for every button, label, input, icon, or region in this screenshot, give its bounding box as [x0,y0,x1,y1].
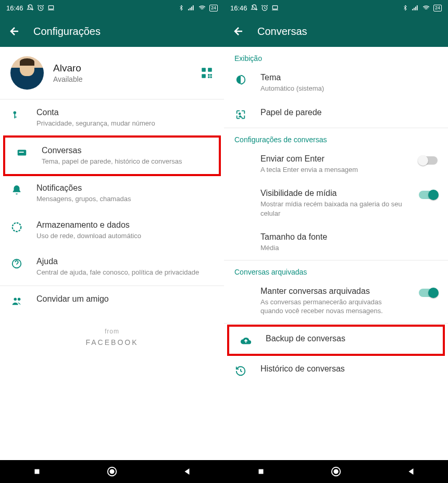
back-icon[interactable] [232,25,245,38]
from-block: from FACEBOOK [0,328,224,346]
toggle-media-visibility[interactable] [419,191,438,199]
header-title: Configurações [33,26,101,38]
svg-rect-18 [35,469,40,474]
settings-item-storage[interactable]: Armazenamento e dados Uso de rede, downl… [0,212,224,249]
nav-bar [0,460,224,483]
item-title: Histórico de conversas [260,364,438,374]
chats-item-font-size[interactable]: Tamanho da fonte Média [224,225,448,260]
nav-back-icon[interactable] [406,467,416,476]
section-header-archived: Conversas arquivadas [224,261,448,279]
theme-icon [235,74,246,85]
chats-item-media-visibility[interactable]: Visibilidade de mídia Mostrar mídia recé… [224,181,448,225]
toggle-enter-send[interactable] [419,156,438,165]
profile-row[interactable]: Alvaro Available [0,47,224,99]
alarm-icon [37,4,44,11]
svg-point-17 [18,298,21,301]
laptop-icon [47,4,55,11]
highlight-box-chats: Conversas Tema, papel de parede, históri… [3,135,221,177]
battery-icon: 24 [209,5,218,11]
settings-item-sub: Central de ajuda, fale conosco, política… [36,268,214,277]
bell-icon [11,184,22,196]
settings-item-sub: Mensagens, grupos, chamadas [36,194,214,204]
nav-home-icon[interactable] [330,466,342,477]
svg-rect-6 [210,74,212,76]
svg-rect-4 [202,74,206,78]
chats-item-enter-send[interactable]: Enviar com Enter A tecla Enter envia a m… [224,147,448,182]
avatar [10,56,44,90]
chats-item-theme[interactable]: Tema Automático (sistema) [224,66,448,101]
wifi-icon [198,4,206,11]
settings-item-sub: Uso de rede, download automático [36,231,214,241]
status-bar: 16:46 24 [224,0,448,16]
settings-item-invite[interactable]: Convidar um amigo [0,286,224,315]
settings-item-title: Conta [36,108,214,117]
item-sub: As conversas permanecerão arquivadas qua… [260,298,405,316]
svg-rect-10 [14,114,15,118]
divider [224,323,448,324]
settings-item-title: Armazenamento e dados [36,220,214,230]
section-header-chat-settings: Configurações de conversas [224,128,448,147]
qr-icon[interactable] [200,66,214,80]
header: Configurações [0,16,224,47]
svg-rect-7 [208,77,209,78]
svg-point-14 [13,222,21,231]
svg-rect-22 [272,6,277,9]
svg-rect-24 [259,469,264,474]
chats-item-history[interactable]: Histórico de conversas [224,357,448,384]
history-icon [235,365,246,377]
signal-icon [188,4,195,11]
key-icon [11,109,22,120]
profile-name: Alvaro [53,63,191,74]
settings-item-title: Ajuda [36,257,214,266]
item-title: Tamanho da fonte [260,232,438,242]
laptop-icon [271,4,279,11]
settings-item-notifications[interactable]: Notificações Mensagens, grupos, chamadas [0,175,224,212]
settings-item-account[interactable]: Conta Privacidade, segurança, mudar núme… [0,100,224,137]
chats-item-backup[interactable]: Backup de conversas [229,327,443,354]
settings-item-title: Conversas [42,146,208,155]
from-brand: FACEBOOK [0,338,224,346]
status-bar: 16:46 24 [0,0,224,16]
people-icon [11,295,22,307]
svg-rect-8 [210,77,212,78]
back-icon[interactable] [8,25,21,38]
item-title: Tema [260,73,438,82]
item-sub: Automático (sistema) [260,84,438,93]
svg-point-26 [334,469,338,473]
svg-point-16 [14,298,17,301]
item-title: Papel de parede [260,108,438,117]
svg-rect-3 [208,68,212,72]
dnd-icon [251,4,258,11]
settings-item-title: Notificações [36,183,214,193]
settings-item-title: Convidar um amigo [36,294,214,304]
status-time: 16:46 [6,4,23,12]
bluetooth-icon [178,4,184,11]
toggle-keep-archived[interactable] [419,289,438,297]
data-icon [11,221,22,233]
svg-rect-2 [202,68,206,72]
battery-icon: 24 [433,5,442,11]
chats-item-wallpaper[interactable]: Papel de parede [224,101,448,128]
section-header-display: Exibição [224,47,448,66]
svg-rect-13 [19,152,24,153]
svg-point-23 [239,113,241,114]
phone-right-chats: 16:46 24 Conversas Exibição Tema Automát… [224,0,448,483]
item-title: Backup de conversas [266,334,432,343]
profile-status: Available [53,75,191,83]
nav-back-icon[interactable] [182,467,192,476]
settings-item-sub: Tema, papel de parede, histórico de conv… [42,157,208,166]
item-title: Visibilidade de mídia [260,189,405,198]
header-title: Conversas [257,26,307,38]
settings-item-sub: Privacidade, segurança, mudar número [36,119,214,128]
nav-home-icon[interactable] [106,466,118,477]
nav-recent-icon[interactable] [256,467,266,476]
chats-item-keep-archived[interactable]: Manter conversas arquivadas As conversas… [224,279,448,323]
settings-item-chats[interactable]: Conversas Tema, papel de parede, históri… [5,138,219,175]
settings-item-help[interactable]: Ajuda Central de ajuda, fale conosco, po… [0,249,224,286]
nav-recent-icon[interactable] [32,467,42,476]
svg-rect-1 [48,6,53,9]
nav-bar [224,460,448,483]
item-title: Manter conversas arquivadas [260,287,405,296]
dnd-icon [27,4,34,11]
highlight-box-backup: Backup de conversas [227,325,445,356]
